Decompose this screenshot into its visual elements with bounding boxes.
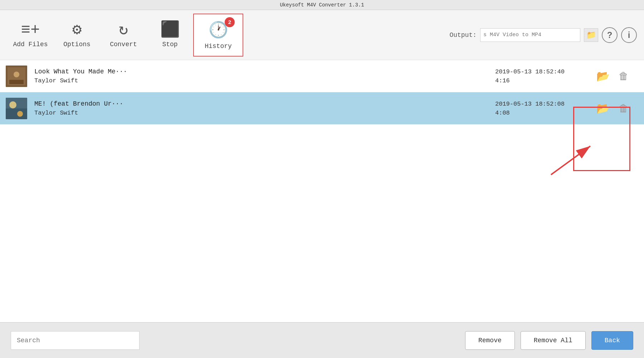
item-artist-1: Taylor Swift [34,77,488,84]
open-folder-button-2[interactable]: 📂 [595,101,610,116]
delete-button-2[interactable]: 🗑 [616,101,631,116]
add-files-label: Add Files [13,41,48,48]
item-duration-1: 4:16 [495,77,595,84]
thumbnail-2 [6,98,27,119]
convert-label: Convert [110,41,137,48]
svg-rect-5 [6,98,27,108]
output-folder-button[interactable]: 📁 [584,28,598,42]
svg-point-6 [9,101,16,108]
item-actions-1: 📂 🗑 [595,69,638,84]
table-row[interactable]: Look What You Made Me··· Taylor Swift 20… [0,60,644,92]
remove-all-button[interactable]: Remove All [521,331,586,350]
item-date-1: 2019-05-13 18:52:40 [495,68,595,75]
output-label: Output: [449,32,477,39]
folder-blue-icon-1: 📂 [596,70,610,82]
bottom-bar: Remove Remove All Back [0,322,644,358]
stop-icon: ⬛ [160,22,180,38]
folder-icon: 📁 [586,30,596,40]
trash-icon-2: 🗑 [619,102,629,114]
options-button[interactable]: ⚙ Options [54,14,100,57]
stop-label: Stop [162,41,177,48]
item-meta-2: 2019-05-13 18:52:08 4:08 [488,101,595,116]
item-duration-2: 4:08 [495,110,595,116]
item-title-1: Look What You Made Me··· [34,68,488,75]
item-title-2: ME! (feat Brendon Ur··· [34,100,488,107]
remove-all-label: Remove All [534,337,572,344]
output-area: Output: 📁 ? i [449,27,637,43]
svg-rect-7 [6,108,27,119]
delete-button-1[interactable]: 🗑 [616,69,631,84]
trash-icon-1: 🗑 [619,70,629,82]
title-bar: Ukeysoft M4V Converter 1.3.1 [0,0,644,10]
info-icon: i [628,30,630,40]
item-meta-1: 2019-05-13 18:52:40 4:16 [488,68,595,84]
svg-point-2 [14,72,19,77]
question-mark-icon: ? [607,30,613,40]
back-label: Back [605,337,620,344]
convert-button[interactable]: ↻ Convert [100,14,147,57]
info-button[interactable]: i [621,27,637,43]
add-files-button[interactable]: ≡+ Add Files [7,14,54,57]
convert-icon: ↻ [119,22,128,38]
table-row[interactable]: ME! (feat Brendon Ur··· Taylor Swift 201… [0,92,644,125]
back-button[interactable]: Back [591,331,633,350]
remove-button[interactable]: Remove [465,331,515,350]
options-label: Options [63,41,91,48]
item-date-2: 2019-05-13 18:52:08 [495,101,595,107]
history-button[interactable]: 2 🕐 History [193,14,243,57]
thumbnail-1 [6,66,27,87]
stop-button[interactable]: ⬛ Stop [147,14,193,57]
item-actions-2: 📂 🗑 [595,101,638,116]
content-area: Look What You Made Me··· Taylor Swift 20… [0,60,644,322]
add-files-icon: ≡+ [21,22,40,38]
item-artist-2: Taylor Swift [34,110,488,116]
svg-rect-3 [9,80,24,84]
annotation-arrow [544,139,601,182]
folder-blue-icon-2: 📂 [596,102,610,115]
search-input[interactable] [11,331,140,350]
svg-point-8 [17,111,23,117]
svg-line-10 [551,146,590,175]
output-input[interactable] [480,28,580,42]
toolbar: ≡+ Add Files ⚙ Options ↻ Convert ⬛ Stop … [0,10,644,60]
history-label: History [205,43,232,50]
gear-icon: ⚙ [72,22,82,38]
app-title: Ukeysoft M4V Converter 1.3.1 [280,2,364,8]
item-info-1: Look What You Made Me··· Taylor Swift [27,68,488,84]
remove-label: Remove [478,337,502,344]
history-badge: 2 [225,17,235,27]
open-folder-button-1[interactable]: 📂 [595,69,610,84]
help-button[interactable]: ? [602,27,618,43]
item-info-2: ME! (feat Brendon Ur··· Taylor Swift [27,100,488,116]
